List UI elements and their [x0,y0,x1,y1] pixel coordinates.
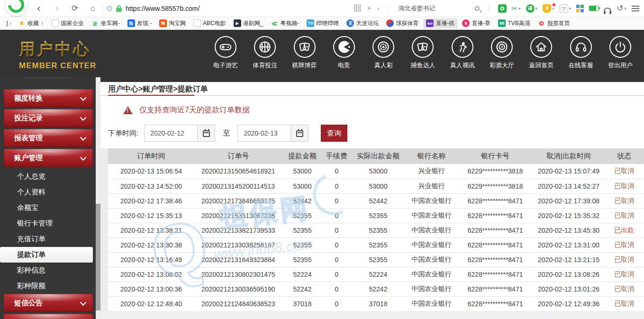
sidebar-item-彩种信息[interactable]: 彩种信息 [0,263,96,278]
table-cell: 2020-02-12 12:48:40 [108,296,194,311]
forward-icon[interactable]: › [51,4,63,13]
sidebar-section-label: 短信公告 [14,299,43,308]
date-to-input[interactable]: 2020-02-13 [237,125,308,142]
table-cell: 2020-02-12 13:00:36 [108,282,194,296]
sidebar-scrollbar-thumb[interactable] [96,204,100,310]
browser-brand-icon[interactable] [498,4,507,13]
table-cell: 20200212133821739533 [194,223,282,237]
site-header: 用户中心 MEMBER CENTER 电子游艺 体育投注♥ 棋牌博弈 电竞♣ 真… [0,30,644,77]
reload-icon[interactable]: ⟳ [69,4,81,13]
bookmark-item[interactable]: 球探体育 [383,18,421,28]
query-button[interactable]: 查询 [321,125,347,142]
home-icon[interactable]: ⌂ [87,4,99,13]
table-cell: 2020-02-12 13:30:38 [108,237,194,252]
sidebar-item-余额宝[interactable]: 余额宝 [0,200,96,216]
translate-icon[interactable]: 译▾ [526,4,538,13]
chevron-down-icon [80,154,86,162]
headphones-icon[interactable] [604,8,611,12]
sidebar-section-额度转换[interactable]: 额度转换 [4,89,93,107]
nav-item-登出用户[interactable]: 登出用户 [603,36,637,70]
nav-item-label: 捕鱼达人 [410,61,435,70]
calendar-icon[interactable] [290,125,308,141]
toolbar-search-input[interactable]: 湖北省委书记 [399,4,470,13]
search-icon[interactable] [475,6,480,11]
nav-item-真人视讯[interactable]: 真人视讯 [445,36,480,70]
game-center-icon[interactable]: ツ▾ [560,4,571,13]
bookmark-item[interactable]: ≷坐车网- [89,18,123,28]
bookmark-item[interactable]: 国家企业 [49,18,87,28]
quick-launch-dropdown-icon[interactable]: ∨ [377,6,380,11]
back-icon[interactable]: ‹ [33,4,45,13]
bookmark-item[interactable]: fun直播-抓 [423,18,457,28]
nav-item-在线客服[interactable]: 在线客服 [564,36,598,70]
status-cell: 已取消 [604,282,644,296]
apps-grid-icon[interactable] [354,5,361,12]
bookmark-favicon [52,19,59,27]
bookmark-item[interactable]: 天天涯论坛 [344,18,381,28]
table-cell: 中国农业银行 [406,267,458,282]
sidebar-item-提款订单[interactable]: 提款订单 [0,247,93,263]
calendar-icon[interactable] [197,125,215,141]
bookmark-item[interactable]: ❂股票首页 [535,18,573,28]
table-cell: 52355 [282,208,323,223]
sidebar-section-短信公告[interactable]: 短信公告 [4,294,93,312]
nav-item-棋牌博弈[interactable]: ♥ 棋牌博弈 [288,36,322,70]
bookmark-item[interactable]: TV哔哩哔哩 [304,18,342,28]
eightball-icon: 8 [491,36,513,58]
date-from-input[interactable]: 2020-02-12 [144,125,215,142]
table-cell: 37018 [351,296,405,311]
address-bar[interactable]: https://www.58557b.com/ [126,5,200,12]
bookmark-item[interactable]: ▶港剧网_ [231,18,266,28]
menu-icon[interactable] [632,6,639,11]
status-cell: 已取消 [604,252,644,267]
extensions-grid-icon[interactable] [576,5,584,12]
nav-item-返回首页[interactable]: 返回首页 [524,36,558,70]
sidebar-item-彩种限额[interactable]: 彩种限额 [0,278,96,294]
bookmark-item[interactable]: ABC电影 [190,18,229,28]
nav-item-电子游艺[interactable]: 电子游艺 [209,36,243,70]
nav-item-体育投注[interactable]: 体育投注 [248,36,282,70]
table-cell: 52355 [351,208,405,223]
undo-icon[interactable]: ↺▾ [617,3,626,13]
bookmark-item[interactable]: ♛直播-章 [459,18,493,28]
nav-item-真人彩[interactable]: ♣ 真人彩 [366,36,400,70]
bookmark-item[interactable]: ★收藏∨ [15,18,47,28]
table-row: 2020-02-12 12:48:40202002121248406385233… [108,296,644,311]
status-cell: 已取消 [604,208,644,223]
table-cell: 2020-02-12 13:45:30 [533,223,604,237]
table-cell: 20200212153513067236 [194,208,282,223]
bookmark-item[interactable]: ≪粤视频- [268,18,302,28]
table-cell: 20200213145200114513 [194,179,282,193]
table-cell: 0 [322,193,351,208]
collapse-sidebar-icon[interactable]: ❙› [3,20,13,27]
nav-item-电竞[interactable]: 电竞 [327,36,361,70]
sidebar-item-个人总览[interactable]: 个人总览 [0,169,96,184]
battery-icon[interactable] [589,6,599,11]
bookmark-item[interactable]: 66TVB高清 [495,18,533,28]
sidebar-section-优惠活动[interactable]: 优惠活动 [4,314,93,319]
sidebar-item-充值订单[interactable]: 充值订单 [0,231,96,247]
svg-text:♥: ♥ [424,45,427,49]
quick-launch-icon[interactable]: ⚡ [366,4,372,13]
wallet-shield-icon[interactable]: ¥▾ [543,4,554,13]
sidebar-item-银行卡管理[interactable]: 银行卡管理 [0,216,96,231]
sidebar-scrollbar [96,77,100,319]
screenshot-scissors-icon[interactable]: ✂▾ [512,4,521,13]
sidebar-item-个人资料[interactable]: 个人资料 [0,184,96,200]
bookmark-item[interactable]: 淘淘宝网 [156,18,189,28]
table-cell: 20200212131649323884 [194,252,282,267]
nav-item-彩票大厅[interactable]: 8 彩票大厅 [485,36,519,70]
svg-text:♣: ♣ [382,45,385,49]
sidebar-section-报表管理[interactable]: 报表管理 [4,129,93,147]
member-center-logo[interactable]: 用户中心 MEMBER CENTER [19,38,96,71]
browser-logo-icon[interactable] [5,0,27,16]
sidebar-section-投注记录[interactable]: 投注记录 [4,109,93,127]
sidebar-section-账户管理[interactable]: 账户管理 [4,149,93,167]
site-info-icon[interactable] [107,6,112,11]
bookmark-label: 直播-章 [472,19,490,27]
table-cell: 2020-02-13 15:07:49 [533,164,604,179]
nav-item-捕鱼达人[interactable]: ♥ 捕鱼达人 [406,36,440,70]
table-row: 2020-02-12 13:16:49202002121316493238845… [108,252,644,267]
bookmark-item[interactable]: 知发现 - [125,18,154,28]
status-cell: 已出款 [604,223,644,237]
